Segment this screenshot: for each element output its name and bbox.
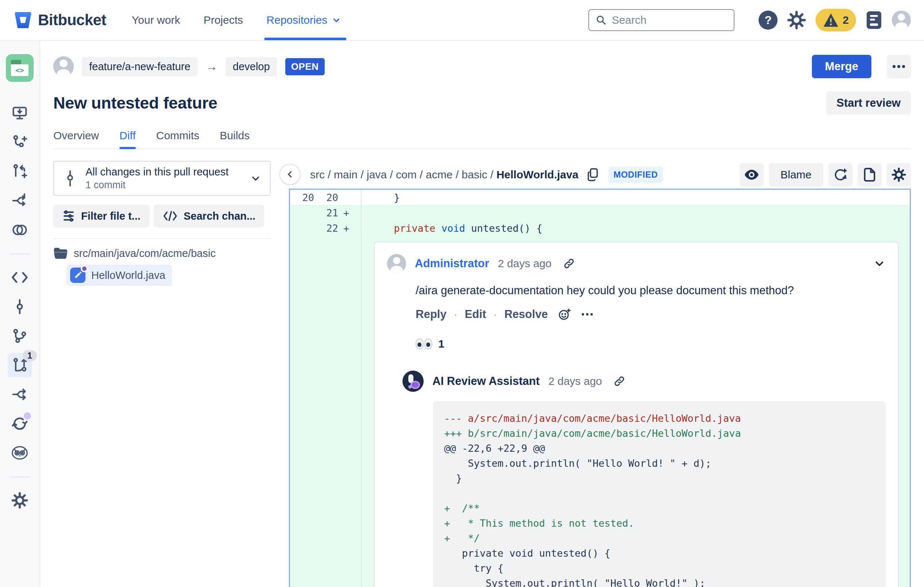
collapse-diff-button[interactable] (279, 164, 300, 185)
comment-card: Administrator 2 days ago (374, 241, 899, 587)
view-source-button[interactable] (858, 163, 882, 187)
reply-permalink-button[interactable] (614, 375, 625, 387)
settings-button[interactable] (787, 11, 806, 30)
code-line: try { (444, 561, 875, 575)
comment-actions: Reply · Edit · Resolve (416, 308, 886, 321)
sidebar-pipelines[interactable] (8, 412, 32, 436)
bitbucket-logo[interactable]: Bitbucket (15, 12, 106, 29)
user-avatar (892, 11, 911, 30)
collapse-comment-button[interactable] (873, 257, 886, 270)
sidebar-security[interactable] (8, 441, 32, 465)
inline-comment-region: Administrator 2 days ago (290, 236, 910, 587)
watch-file-button[interactable] (739, 163, 764, 187)
sidebar-pull-requests[interactable]: 1 (8, 353, 32, 377)
panel-divider (53, 238, 271, 239)
code-line (444, 486, 875, 501)
code-line: + * This method is not tested. (444, 516, 875, 531)
nav-repositories[interactable]: Repositories (267, 0, 342, 40)
tab-overview[interactable]: Overview (53, 129, 99, 149)
tab-commits[interactable]: Commits (156, 129, 200, 149)
diff-line[interactable]: 2020 } (290, 190, 910, 205)
sidebar-forks[interactable] (8, 382, 32, 407)
sidebar-commits[interactable] (8, 294, 32, 319)
feedback-button[interactable] (866, 11, 882, 30)
blame-button[interactable]: Blame (769, 163, 823, 187)
sidebar-compare[interactable] (8, 189, 32, 213)
file-breadcrumb: src / main / java / com / acme / basic /… (310, 169, 579, 181)
repository-avatar[interactable]: <> (6, 54, 34, 82)
top-nav: Bitbucket Your work Projects Repositorie… (0, 0, 924, 41)
filter-file-tree-button[interactable]: Filter file t... (53, 205, 149, 227)
add-reaction-button[interactable] (558, 308, 571, 321)
code-line: + */ (444, 531, 875, 546)
merge-button[interactable]: Merge (812, 55, 871, 78)
add-file-comment-button[interactable] (828, 163, 852, 187)
code-line: @@ -22,6 +22,9 @@ (444, 441, 875, 456)
file-tree-file-selected[interactable]: HelloWorld.java (66, 265, 172, 286)
gear-icon (12, 492, 28, 509)
edit-button[interactable]: Edit (465, 308, 486, 321)
commenter-avatar (387, 254, 406, 273)
resolve-button[interactable]: Resolve (504, 308, 548, 321)
nav-your-work[interactable]: Your work (132, 0, 180, 40)
comment-author[interactable]: Administrator (415, 257, 489, 270)
bitbucket-app: Bitbucket Your work Projects Repositorie… (0, 0, 924, 587)
diff-file-panel: All changes in this pull request 1 commi… (53, 161, 271, 587)
sidebar-source[interactable] (8, 265, 32, 289)
comment-more-button[interactable] (581, 313, 593, 316)
gear-icon (891, 167, 906, 182)
warnings-button[interactable]: 2 (815, 9, 856, 31)
commit-selector[interactable]: All changes in this pull request 1 commi… (53, 161, 271, 196)
file-tree-folder[interactable]: src/main/java/com/acme/basic (53, 247, 271, 260)
reply-button[interactable]: Reply (416, 308, 446, 321)
global-search[interactable] (588, 9, 734, 31)
code-line: private void untested() { (444, 546, 875, 561)
start-review-button[interactable]: Start review (826, 91, 911, 115)
emoji-add-icon (558, 308, 571, 321)
tab-diff[interactable]: Diff (119, 129, 135, 149)
target-branch-lozenge[interactable]: develop (225, 57, 277, 76)
copy-path-button[interactable] (587, 168, 599, 182)
sidebar-clone-button[interactable] (8, 101, 32, 125)
sidebar-mirrors[interactable] (8, 218, 32, 242)
code-line: System.out.println( "Hello World!" ); (444, 575, 875, 587)
code-line: } (444, 471, 875, 486)
comment-permalink-button[interactable] (563, 258, 575, 270)
eye-icon (744, 169, 759, 180)
comment-timestamp[interactable]: 2 days ago (498, 257, 551, 270)
warning-count: 2 (843, 14, 849, 26)
help-button[interactable]: ? (759, 11, 777, 30)
reply-author[interactable]: AI Review Assistant (432, 375, 540, 388)
nav-projects[interactable]: Projects (203, 0, 243, 40)
more-options-button[interactable] (887, 55, 911, 78)
sidebar-create-branch[interactable] (8, 130, 32, 154)
diff-line[interactable]: 22+ private void untested() { (290, 220, 910, 236)
tab-builds[interactable]: Builds (220, 129, 250, 149)
fork-plus-icon (12, 193, 28, 209)
primary-nav: Your work Projects Repositories (132, 0, 341, 40)
logo-text: Bitbucket (38, 12, 106, 29)
sidebar-create-pr[interactable] (8, 159, 32, 184)
search-input[interactable] (612, 14, 727, 26)
sidebar-settings[interactable] (8, 488, 32, 513)
reply-timestamp[interactable]: 2 days ago (548, 375, 602, 387)
reaction-eyes[interactable]: 1 (416, 338, 886, 350)
branch-plus-icon (12, 134, 28, 150)
diff-line[interactable]: 21+ (290, 205, 910, 220)
diff-settings-button[interactable] (887, 163, 911, 187)
sidebar-branches[interactable] (8, 324, 32, 348)
copy-icon (587, 168, 599, 182)
sidebar-divider (10, 476, 30, 477)
chevron-left-icon (285, 169, 295, 179)
modified-file-icon (70, 268, 86, 283)
notes-icon (866, 11, 882, 30)
search-changes-button[interactable]: Search chan... (154, 205, 264, 227)
reply-code-block: --- a/src/main/java/com/acme/basic/Hello… (433, 401, 886, 587)
reaction-count: 1 (438, 338, 444, 350)
profile-button[interactable] (892, 11, 911, 30)
branch-icon (12, 328, 28, 344)
source-branch-lozenge[interactable]: feature/a-new-feature (82, 57, 198, 76)
pr-count-badge: 1 (23, 350, 37, 361)
repo-sidebar: <> (0, 41, 40, 587)
owl-icon (12, 446, 28, 460)
